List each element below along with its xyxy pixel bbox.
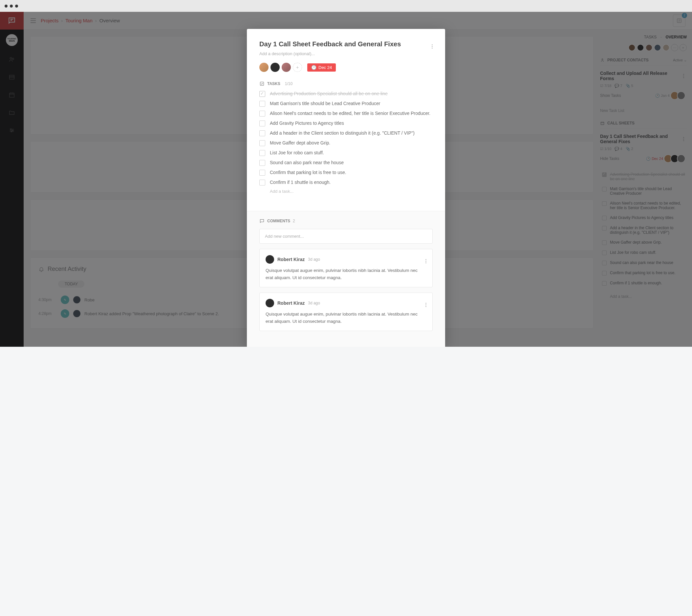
task-row[interactable]: Matt Garrison's title should be Lead Cre…	[259, 101, 433, 107]
task-checkbox[interactable]	[259, 160, 265, 166]
task-checkbox[interactable]	[259, 91, 265, 97]
assignee-avatar[interactable]	[259, 63, 268, 72]
task-row[interactable]: Alison Neel's contact needs to be edited…	[259, 111, 433, 116]
traffic-light-zoom[interactable]	[15, 5, 18, 7]
description-input[interactable]: Add a description (optional)...	[259, 51, 433, 56]
tasks-count: 1/10	[285, 81, 293, 86]
add-task-input[interactable]: Add a task...	[270, 189, 433, 194]
svg-rect-13	[260, 82, 264, 86]
comments-heading: COMMENTS 2	[259, 218, 433, 224]
comment-avatar[interactable]	[265, 299, 274, 307]
comment-body: Quisque volutpat augue enim, pulvinar lo…	[265, 267, 427, 281]
task-row[interactable]: Confirm that parking lot is free to use.	[259, 170, 433, 176]
comments-label: COMMENTS	[267, 219, 290, 223]
task-row[interactable]: Confirm if 1 shuttle is enough.	[259, 179, 433, 186]
modal-task-list: Advertising Production Specialist should…	[259, 91, 433, 186]
task-text: Add a header in the Client section to di…	[270, 130, 415, 135]
task-row[interactable]: Move Gaffer dept above Grip.	[259, 140, 433, 146]
tasklist-modal: Day 1 Call Sheet Feedback and General Fi…	[247, 29, 445, 347]
comment-author: Robert Kiraz	[277, 300, 305, 306]
tasks-heading: TASKS 1/10	[259, 81, 433, 86]
task-text: Move Gaffer dept above Grip.	[270, 140, 330, 146]
task-text: Add Gravity Pictures to Agency titles	[270, 121, 344, 126]
task-checkbox[interactable]	[259, 121, 265, 126]
task-checkbox[interactable]	[259, 140, 265, 146]
more-icon[interactable]	[426, 256, 427, 263]
comments-section: COMMENTS 2 Add new comment... Robert Kir…	[247, 211, 445, 347]
task-checkbox[interactable]	[259, 150, 265, 156]
task-checkbox[interactable]	[259, 130, 265, 136]
due-date-pill[interactable]: 🕐 Dec 24	[307, 63, 336, 71]
clock-icon: 🕐	[311, 65, 317, 70]
comment-card: Robert Kiraz3d agoQuisque volutpat augue…	[259, 249, 433, 287]
task-text: Alison Neel's contact needs to be edited…	[270, 111, 430, 116]
comment-author: Robert Kiraz	[277, 257, 305, 262]
task-text: Confirm that parking lot is free to use.	[270, 170, 346, 175]
comment-time: 3d ago	[308, 301, 320, 305]
traffic-light-close[interactable]	[5, 5, 7, 7]
assignee-avatar[interactable]	[282, 63, 291, 72]
task-row[interactable]: List Joe for robo cam stuff.	[259, 150, 433, 156]
task-checkbox[interactable]	[259, 101, 265, 107]
assignees-row: + 🕐 Dec 24	[259, 63, 433, 72]
comment-icon	[259, 218, 265, 224]
add-assignee-button[interactable]: +	[293, 63, 302, 72]
more-icon[interactable]	[432, 39, 433, 49]
modal-title-row: Day 1 Call Sheet Feedback and General Fi…	[259, 39, 433, 49]
task-checkbox[interactable]	[259, 170, 265, 176]
task-text: Sound can also park near the house	[270, 160, 344, 165]
task-text: Advertising Production Specialist should…	[270, 91, 388, 96]
modal-title: Day 1 Call Sheet Feedback and General Fi…	[259, 40, 401, 48]
comments-list: Robert Kiraz3d agoQuisque volutpat augue…	[259, 249, 433, 331]
comment-time: 3d ago	[308, 257, 320, 262]
traffic-light-minimize[interactable]	[10, 5, 13, 7]
modal-overlay[interactable]: Day 1 Call Sheet Feedback and General Fi…	[0, 12, 692, 347]
task-checkbox[interactable]	[259, 179, 265, 186]
assignee-avatar[interactable]	[271, 63, 280, 72]
task-row[interactable]: Add a header in the Client section to di…	[259, 130, 433, 136]
task-text: Confirm if 1 shuttle is enough.	[270, 179, 330, 185]
comment-avatar[interactable]	[265, 255, 274, 264]
comment-card: Robert Kiraz3d agoQuisque volutpat augue…	[259, 293, 433, 331]
window-chrome	[0, 0, 692, 12]
task-text: List Joe for robo cam stuff.	[270, 150, 324, 155]
more-icon[interactable]	[426, 299, 427, 307]
task-row[interactable]: Add Gravity Pictures to Agency titles	[259, 121, 433, 126]
comments-count: 2	[293, 219, 295, 223]
tasks-label: TASKS	[267, 81, 280, 86]
due-date-text: Dec 24	[319, 65, 332, 70]
checkbox-icon	[259, 81, 265, 86]
task-text: Matt Garrison's title should be Lead Cre…	[270, 101, 381, 106]
task-row[interactable]: Advertising Production Specialist should…	[259, 91, 433, 97]
task-row[interactable]: Sound can also park near the house	[259, 160, 433, 166]
task-checkbox[interactable]	[259, 111, 265, 116]
comment-body: Quisque volutpat augue enim, pulvinar lo…	[265, 311, 427, 325]
comment-input[interactable]: Add new comment...	[259, 229, 433, 243]
app-root: TOURING MAN Projects › Touring Man › Ove…	[0, 12, 692, 347]
